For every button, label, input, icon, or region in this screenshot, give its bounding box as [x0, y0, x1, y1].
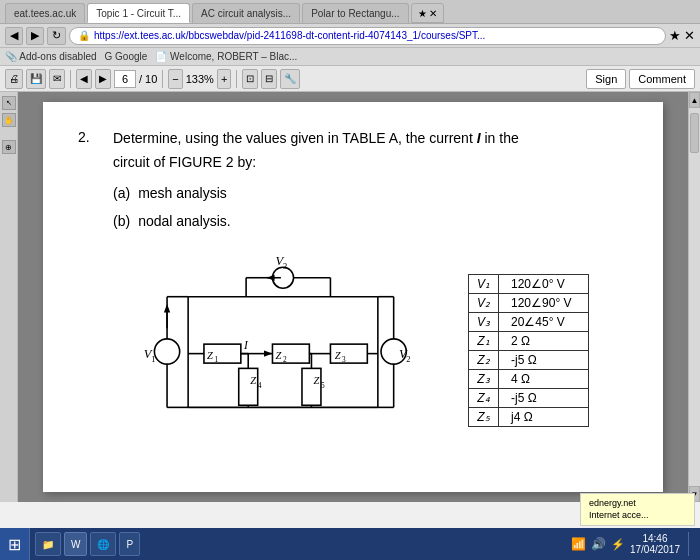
date-display: 17/04/2017	[630, 544, 680, 555]
svg-text:I: I	[243, 339, 249, 352]
tab-ac[interactable]: AC circuit analysis...	[192, 3, 300, 23]
star-icon[interactable]: ★	[669, 28, 681, 43]
address-bar[interactable]: 🔒 https://ext.tees.ac.uk/bbcswebdav/pid-…	[69, 27, 666, 45]
svg-point-4	[154, 338, 179, 363]
q-text-2: circuit of FIGURE 2 by:	[113, 154, 256, 170]
page-divider3	[236, 70, 237, 88]
zoom-out-btn[interactable]: −	[168, 69, 182, 89]
svg-text:1: 1	[214, 355, 218, 364]
tool-zoom[interactable]: ⊕	[2, 140, 16, 154]
tool-hand[interactable]: ✋	[2, 113, 16, 127]
svg-text:Z: Z	[276, 349, 282, 360]
fit-page-btn[interactable]: ⊡	[242, 69, 258, 89]
svg-text:3: 3	[283, 261, 287, 271]
taskbar-item-3[interactable]: 🌐	[90, 532, 116, 556]
svg-text:2: 2	[406, 354, 410, 364]
svg-text:5: 5	[321, 381, 325, 390]
new-tab-btn[interactable]: ★ ✕	[411, 3, 445, 23]
sub-a-text: mesh analysis	[138, 185, 227, 201]
zoom-in-btn[interactable]: +	[217, 69, 231, 89]
svg-text:Z: Z	[335, 349, 341, 360]
svg-text:3: 3	[342, 355, 346, 364]
main-area: ↖ ✋ ⊕ 2. Determine, using the values giv…	[0, 92, 700, 502]
table-row: Z₄-j5 Ω	[469, 388, 589, 407]
notification-popup: ednergy.net Internet acce...	[580, 493, 695, 526]
page-divider	[70, 70, 71, 88]
question-2: 2. Determine, using the values given in …	[78, 127, 628, 439]
bookmarks-bar: 📎 Add-ons disabled G Google 📄 Welcome, R…	[0, 48, 700, 66]
next-page-btn[interactable]: ▶	[95, 69, 111, 89]
sub-b-text: nodal analysis.	[138, 213, 231, 229]
left-sidebar: ↖ ✋ ⊕	[0, 92, 18, 502]
taskbar-item-4[interactable]: P	[119, 532, 140, 556]
svg-text:Z: Z	[314, 375, 320, 386]
question-body: Determine, using the values given in TAB…	[113, 127, 628, 439]
svg-text:Z: Z	[207, 349, 213, 360]
svg-marker-10	[164, 304, 170, 312]
toolbar-save[interactable]: 💾	[26, 69, 46, 89]
close-icon[interactable]: ✕	[684, 28, 695, 43]
tab-bar: eat.tees.ac.uk Topic 1 - Circuit T... AC…	[0, 0, 700, 24]
table-row: Z₁2 Ω	[469, 331, 589, 350]
prev-page-btn[interactable]: ◀	[76, 69, 92, 89]
zoom-level: 133%	[186, 73, 214, 85]
values-table: V₁120∠0° VV₂120∠90° VV₃20∠45° VZ₁2 ΩZ₂-j…	[468, 274, 589, 427]
browser-chrome: eat.tees.ac.uk Topic 1 - Circuit T... AC…	[0, 0, 700, 92]
svg-text:1: 1	[151, 354, 155, 364]
table-row: V₁120∠0° V	[469, 274, 589, 293]
start-button[interactable]: ⊞	[0, 528, 30, 560]
network-icon: 📶	[571, 537, 586, 551]
back-btn[interactable]: ◀	[5, 27, 23, 45]
page-divider2	[162, 70, 163, 88]
sub-b-label: (b)	[113, 213, 130, 229]
address-bar-row: ◀ ▶ ↻ 🔒 https://ext.tees.ac.uk/bbcswebda…	[0, 24, 700, 48]
table-row: Z₃4 Ω	[469, 369, 589, 388]
scrollbar[interactable]: ▲ ▼	[688, 92, 700, 502]
taskbar-item-2[interactable]: W	[64, 532, 87, 556]
question-number: 2.	[78, 129, 98, 439]
bookmark-addons[interactable]: 📎 Add-ons disabled	[5, 51, 97, 62]
volume-icon: 🔊	[591, 537, 606, 551]
clock: 14:46 17/04/2017	[630, 533, 680, 555]
tools-btn[interactable]: 🔧	[280, 69, 300, 89]
document-content: 2. Determine, using the values given in …	[18, 92, 688, 502]
sub-question-b: (b)nodal analysis.	[113, 213, 628, 229]
show-desktop[interactable]	[688, 532, 692, 556]
bookmark-welcome[interactable]: 📄 Welcome, ROBERT – Blac...	[155, 51, 297, 62]
page-total: 10	[145, 73, 157, 85]
page: 2. Determine, using the values given in …	[43, 102, 663, 492]
svg-text:2: 2	[283, 355, 287, 364]
taskbar-item-1[interactable]: 📁	[35, 532, 61, 556]
bookmark-google[interactable]: G Google	[105, 51, 148, 62]
taskbar-icon3: ⚡	[611, 538, 625, 551]
svg-text:4: 4	[258, 381, 262, 390]
svg-marker-26	[267, 274, 274, 280]
toolbar-email[interactable]: ✉	[49, 69, 65, 89]
sub-question-a: (a)mesh analysis	[113, 185, 628, 201]
taskbar: ⊞ 📁 W 🌐 P ednergy.net Internet acce... 📶…	[0, 528, 700, 560]
pdf-toolbar: 🖨 💾 ✉ ◀ ▶ / 10 − 133% + ⊡ ⊟ 🔧 Sign Comme…	[0, 66, 700, 92]
refresh-btn[interactable]: ↻	[47, 27, 66, 45]
q-text-1: Determine, using the values given in TAB…	[113, 130, 477, 146]
circuit-and-table: V 1 V 2	[113, 244, 628, 439]
tab-polar[interactable]: Polar to Rectangu...	[302, 3, 408, 23]
taskbar-items: 📁 W 🌐 P	[30, 532, 563, 556]
svg-text:Z: Z	[250, 375, 256, 386]
tool-select[interactable]: ↖	[2, 96, 16, 110]
tab-eat[interactable]: eat.tees.ac.uk	[5, 3, 85, 23]
toolbar-print[interactable]: 🖨	[5, 69, 23, 89]
forward-btn[interactable]: ▶	[26, 27, 44, 45]
comment-button[interactable]: Comment	[629, 69, 695, 89]
table-row: V₃20∠45° V	[469, 312, 589, 331]
fit-width-btn[interactable]: ⊟	[261, 69, 277, 89]
table-row: Z₅j4 Ω	[469, 407, 589, 426]
taskbar-right: 📶 🔊 ⚡ 14:46 17/04/2017	[563, 532, 700, 556]
sign-button[interactable]: Sign	[586, 69, 626, 89]
svg-rect-47	[239, 368, 258, 405]
page-number-input[interactable]	[114, 70, 136, 88]
svg-rect-52	[302, 368, 321, 405]
table-row: V₂120∠90° V	[469, 293, 589, 312]
time-display: 14:46	[630, 533, 680, 544]
tab-topic1[interactable]: Topic 1 - Circuit T...	[87, 3, 190, 23]
circuit-diagram: V 1 V 2	[113, 244, 453, 439]
